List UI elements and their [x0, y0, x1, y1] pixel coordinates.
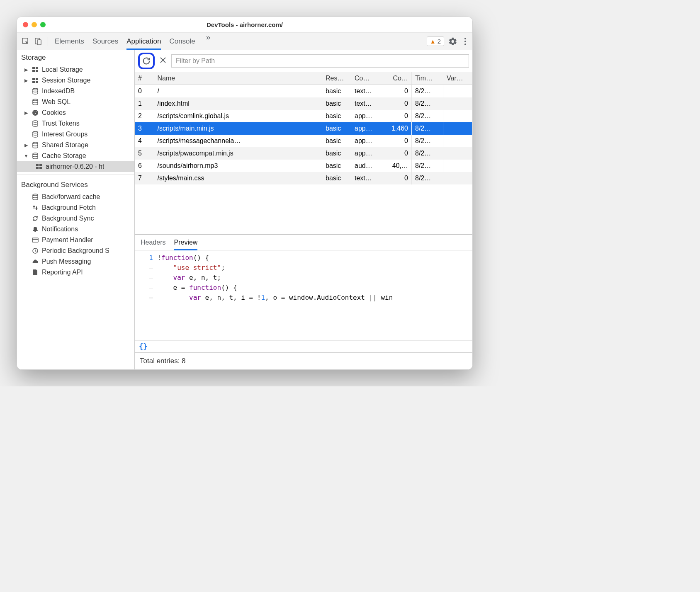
- divider: [48, 37, 48, 46]
- clear-button[interactable]: [158, 57, 168, 66]
- cell: 0: [380, 172, 412, 184]
- svg-point-14: [33, 88, 38, 90]
- table-row[interactable]: 0/basictext…08/2…: [135, 85, 472, 98]
- zoom-window-button[interactable]: [40, 22, 46, 27]
- svg-point-23: [33, 142, 38, 144]
- tab-elements[interactable]: Elements: [55, 33, 84, 50]
- svg-point-5: [464, 44, 466, 45]
- sidebar-item-local-storage[interactable]: ▶Local Storage: [17, 64, 134, 75]
- settings-icon[interactable]: [446, 37, 460, 46]
- svg-rect-26: [39, 164, 42, 166]
- pretty-print-button[interactable]: {}: [135, 340, 472, 352]
- sync-icon: [32, 215, 39, 222]
- col-time[interactable]: Tim…: [412, 72, 443, 85]
- inspect-element-icon[interactable]: [20, 36, 31, 47]
- cell: /scripts/comlink.global.js: [154, 110, 322, 122]
- divider: [17, 175, 134, 175]
- table-row[interactable]: 4/scripts/messagechannela…basicapp…08/2…: [135, 135, 472, 147]
- cell: 0: [135, 85, 154, 98]
- cell: 1,460: [380, 122, 412, 135]
- svg-rect-8: [32, 70, 35, 72]
- sidebar-item-bg-fetch[interactable]: ▶Background Fetch: [17, 202, 134, 213]
- refresh-button[interactable]: [138, 53, 155, 69]
- svg-rect-0: [22, 38, 28, 44]
- device-toggle-icon[interactable]: [33, 36, 44, 47]
- cell: [443, 172, 472, 184]
- code-gutter: 1 – – – –: [135, 250, 157, 340]
- cell: basic: [322, 160, 351, 172]
- col-index[interactable]: #: [135, 72, 154, 85]
- grid-icon: [32, 77, 39, 84]
- close-icon: [160, 57, 166, 63]
- sidebar-group-background: Background Services: [17, 177, 134, 192]
- devtools-window: DevTools - airhorner.com/ Elements Sourc…: [17, 17, 473, 370]
- sidebar-item-bf-cache[interactable]: ▶Back/forward cache: [17, 192, 134, 202]
- tab-headers[interactable]: Headers: [141, 235, 165, 250]
- cell: 3: [135, 122, 154, 135]
- cookie-icon: [32, 109, 39, 116]
- tab-application[interactable]: Application: [126, 33, 161, 50]
- svg-point-20: [34, 114, 34, 114]
- grid-icon: [32, 66, 39, 73]
- cloud-icon: [32, 258, 39, 265]
- database-icon: [32, 141, 39, 149]
- sidebar-item-shared-storage[interactable]: ▶Shared Storage: [17, 140, 134, 150]
- cell: /styles/main.css: [154, 172, 322, 184]
- database-icon: [32, 152, 39, 160]
- sidebar-item-indexeddb[interactable]: ▶IndexedDB: [17, 86, 134, 97]
- table-row[interactable]: 2/scripts/comlink.global.jsbasicapp…08/2…: [135, 110, 472, 122]
- close-window-button[interactable]: [23, 22, 28, 27]
- cell: basic: [322, 122, 351, 135]
- minimize-window-button[interactable]: [32, 22, 37, 27]
- cell: app…: [351, 110, 380, 122]
- more-tabs-icon[interactable]: »: [204, 33, 213, 50]
- svg-rect-10: [32, 78, 35, 80]
- sidebar-item-reporting[interactable]: ▶Reporting API: [17, 267, 134, 278]
- sidebar-item-notifications[interactable]: ▶Notifications: [17, 224, 134, 235]
- sidebar-item-push[interactable]: ▶Push Messaging: [17, 256, 134, 267]
- cell: [443, 122, 472, 135]
- col-name[interactable]: Name: [154, 72, 322, 85]
- cell: basic: [322, 172, 351, 184]
- cell: app…: [351, 122, 380, 135]
- svg-point-16: [32, 110, 38, 116]
- sidebar-item-cache-entry[interactable]: airhorner-0.6.20 - ht: [17, 161, 134, 172]
- sidebar-item-interest-groups[interactable]: ▶Interest Groups: [17, 129, 134, 140]
- tab-preview[interactable]: Preview: [174, 235, 197, 250]
- sidebar-item-session-storage[interactable]: ▶Session Storage: [17, 75, 134, 86]
- cell: basic: [322, 97, 351, 110]
- tab-console[interactable]: Console: [169, 33, 195, 50]
- col-response[interactable]: Res…: [322, 72, 351, 85]
- titlebar: DevTools - airhorner.com/: [17, 17, 472, 33]
- col-content-type[interactable]: Co…: [351, 72, 380, 85]
- sidebar-item-periodic-sync[interactable]: ▶Periodic Background S: [17, 245, 134, 256]
- col-vary[interactable]: Var…: [443, 72, 472, 85]
- table-row[interactable]: 5/scripts/pwacompat.min.jsbasicapp…08/2…: [135, 147, 472, 160]
- table-row[interactable]: 1/index.htmlbasictext…08/2…: [135, 97, 472, 110]
- database-icon: [32, 120, 39, 127]
- cell: /: [154, 85, 322, 98]
- tab-sources[interactable]: Sources: [92, 33, 118, 50]
- cell: 2: [135, 110, 154, 122]
- sidebar-item-cache-storage[interactable]: ▼Cache Storage: [17, 150, 134, 161]
- sidebar-item-websql[interactable]: ▶Web SQL: [17, 97, 134, 107]
- kebab-menu-icon[interactable]: [462, 37, 469, 46]
- cell: 8/2…: [412, 135, 443, 147]
- table-row[interactable]: 3/scripts/main.min.jsbasicapp…1,4608/2…: [135, 122, 472, 135]
- window-controls: [23, 22, 46, 27]
- sidebar-item-payment[interactable]: ▶Payment Handler: [17, 235, 134, 245]
- sidebar-item-trust-tokens[interactable]: ▶Trust Tokens: [17, 118, 134, 129]
- table-row[interactable]: 6/sounds/airhorn.mp3basicaud…40,…8/2…: [135, 160, 472, 172]
- filter-input[interactable]: [171, 54, 469, 68]
- table-row[interactable]: 7/styles/main.cssbasictext…08/2…: [135, 172, 472, 184]
- svg-rect-2: [37, 40, 41, 45]
- code-preview[interactable]: 1 – – – – !function() { "use strict"; va…: [135, 250, 472, 340]
- sidebar-item-cookies[interactable]: ▶Cookies: [17, 107, 134, 118]
- cell: /scripts/pwacompat.min.js: [154, 147, 322, 160]
- sidebar-item-bg-sync[interactable]: ▶Background Sync: [17, 213, 134, 224]
- cell: 5: [135, 147, 154, 160]
- cell: 6: [135, 160, 154, 172]
- warnings-badge[interactable]: ▲ 2: [427, 36, 444, 46]
- col-content-length[interactable]: Co…: [380, 72, 412, 85]
- cache-table: # Name Res… Co… Co… Tim… Var… 0/basictex…: [135, 72, 472, 235]
